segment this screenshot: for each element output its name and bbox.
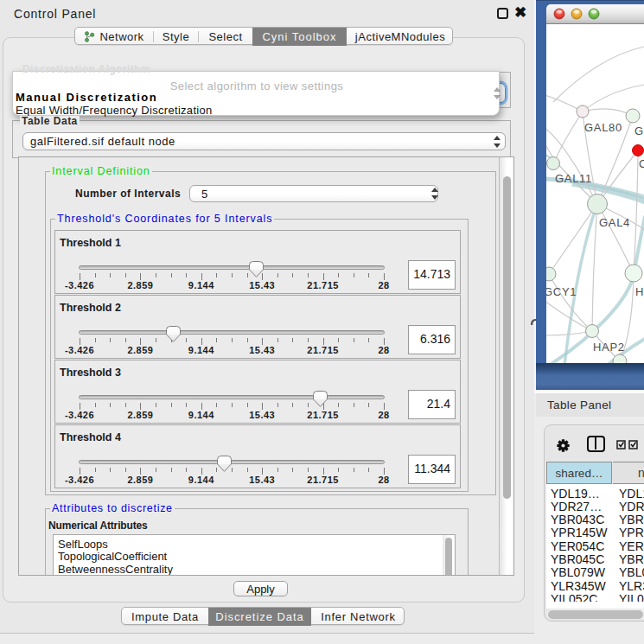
svg-text:GAL4: GAL4 (599, 216, 630, 229)
svg-text:C: C (639, 157, 644, 170)
svg-text:GCY1: GCY1 (546, 285, 577, 298)
svg-text:H: H (635, 285, 644, 298)
svg-text:GAL11: GAL11 (555, 172, 592, 185)
svg-text:GAL80: GAL80 (584, 121, 622, 134)
svg-text:HAP2: HAP2 (593, 341, 625, 354)
svg-text:G: G (634, 124, 644, 137)
